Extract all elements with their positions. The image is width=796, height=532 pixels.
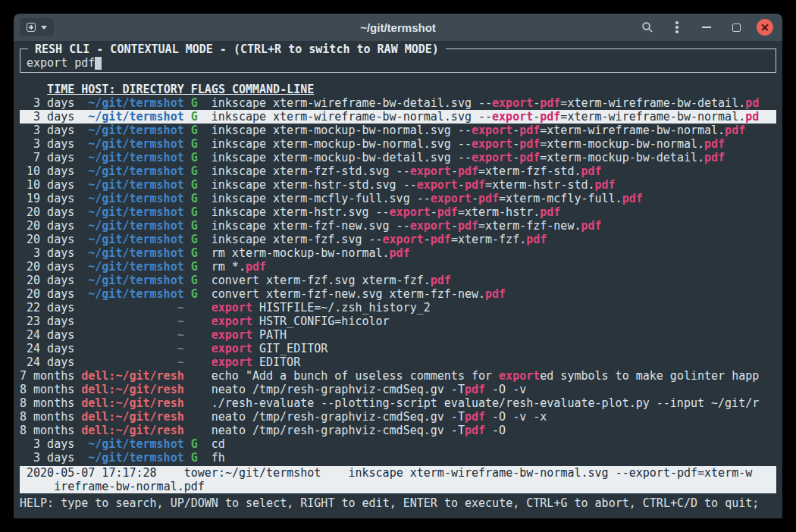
row-time: 3 days — [20, 246, 74, 260]
row-flags — [191, 301, 198, 315]
row-directory: ~/git/termshot — [81, 110, 183, 124]
row-time: 20 days — [20, 287, 74, 301]
row-directory: ~ — [81, 328, 183, 342]
search-query: export pdf — [27, 56, 95, 70]
list-header-text: TIME HOST: DIRECTORY FLAGS COMMAND-LINE — [47, 83, 314, 96]
minimize-icon — [702, 27, 711, 28]
row-flags: G — [191, 178, 198, 192]
row-command: cd — [212, 437, 776, 451]
titlebar-controls — [638, 18, 773, 36]
search-button[interactable] — [638, 18, 657, 36]
row-flags: G — [191, 110, 198, 124]
menu-button[interactable] — [668, 18, 686, 36]
row-flags — [191, 328, 198, 342]
row-flags — [191, 383, 198, 396]
history-row[interactable]: 24 days~export PATH — [20, 328, 776, 342]
history-row[interactable]: 8 monthsdell:~/git/reshneato /tmp/resh-g… — [20, 383, 776, 396]
history-row[interactable]: 23 days~export HSTR_CONFIG=hicolor — [20, 315, 776, 328]
row-time: 24 days — [20, 355, 74, 369]
history-row[interactable]: 3 days~/git/termshotGfh — [20, 451, 776, 465]
restore-icon — [732, 23, 741, 32]
row-directory: ~/git/termshot — [81, 260, 183, 274]
row-command: export PATH — [212, 328, 776, 342]
row-time: 20 days — [20, 233, 74, 246]
search-icon — [641, 21, 653, 33]
history-row[interactable]: 3 days~/git/termshotGinkscape xterm-wire… — [20, 96, 776, 110]
search-box[interactable]: RESH CLI - CONTEXTUAL MODE - (CTRL+R to … — [20, 49, 776, 73]
history-row[interactable]: 20 days~/git/termshotGinkscape xterm-fzf… — [20, 219, 776, 233]
history-row[interactable]: 24 days~export EDITOR — [20, 355, 776, 369]
row-time: 24 days — [20, 342, 74, 355]
history-row[interactable]: 10 days~/git/termshotGinkscape xterm-hst… — [20, 178, 776, 192]
row-time: 3 days — [20, 110, 74, 124]
row-flags — [191, 315, 198, 328]
row-directory: ~ — [81, 301, 183, 315]
row-time: 20 days — [20, 219, 74, 233]
row-time: 19 days — [20, 192, 74, 205]
row-flags — [191, 410, 198, 424]
row-command: export HSTR_CONFIG=hicolor — [212, 315, 776, 328]
row-command: neato /tmp/resh-graphviz-cmdSeq.gv -Tpdf… — [212, 410, 776, 424]
row-command: rm *.pdf — [212, 260, 776, 274]
screen: ~/git/termshot — [0, 0, 796, 532]
row-flags: G — [191, 205, 198, 219]
history-row[interactable]: 3 days~/git/termshotGinkscape xterm-mock… — [20, 137, 776, 151]
history-row[interactable]: 8 monthsdell:~/git/reshneato /tmp/resh-g… — [20, 410, 776, 424]
history-row[interactable]: 3 days~/git/termshotGrm xterm-mockup-bw-… — [20, 246, 776, 260]
kebab-menu-icon — [675, 26, 678, 29]
history-row[interactable]: 20 days~/git/termshotGinkscape xterm-hst… — [20, 205, 776, 219]
history-row[interactable]: 20 days~/git/termshotGconvert xterm-fzf.… — [20, 274, 776, 287]
new-tab-button[interactable] — [20, 18, 54, 36]
row-directory: ~/git/termshot — [81, 164, 183, 178]
row-time: 8 months — [20, 396, 74, 410]
row-command: inkscape xterm-wireframe-bw-detail.svg -… — [212, 96, 776, 110]
history-row[interactable]: 3 days~/git/termshotGcd — [20, 437, 776, 451]
history-row[interactable]: 8 monthsdell:~/git/reshneato /tmp/resh-g… — [20, 424, 776, 437]
row-time: 20 days — [20, 260, 74, 274]
close-button[interactable] — [757, 19, 773, 36]
row-command: rm xterm-mockup-bw-normal.pdf — [212, 246, 776, 260]
history-row[interactable]: 10 days~/git/termshotGinkscape xterm-fzf… — [20, 164, 776, 178]
row-command: convert xterm-fzf-new.svg xterm-fzf-new.… — [212, 287, 776, 301]
row-time: 7 days — [20, 151, 74, 164]
history-row-selected[interactable]: 3 days~/git/termshotGinkscape xterm-wire… — [20, 110, 776, 124]
history-row[interactable]: 22 days~export HISTFILE=~/.zsh_history_2 — [20, 301, 776, 315]
row-directory: ~/git/termshot — [81, 205, 183, 219]
chevron-down-icon — [41, 26, 47, 30]
row-command: convert xterm-fzf.svg xterm-fzf.pdf — [212, 274, 776, 287]
restore-button[interactable] — [727, 18, 745, 36]
row-flags — [191, 369, 198, 383]
row-directory: ~/git/termshot — [81, 219, 183, 233]
history-row[interactable]: 24 days~export GIT_EDITOR — [20, 342, 776, 355]
row-command: export GIT_EDITOR — [212, 342, 776, 355]
history-row[interactable]: 20 days~/git/termshotGinkscape xterm-fzf… — [20, 233, 776, 246]
history-row[interactable]: 20 days~/git/termshotGconvert xterm-fzf-… — [20, 287, 776, 301]
row-flags: G — [191, 451, 198, 465]
history-row[interactable]: 7 days~/git/termshotGinkscape xterm-mock… — [20, 151, 776, 164]
terminal-body: RESH CLI - CONTEXTUAL MODE - (CTRL+R to … — [14, 41, 782, 518]
row-command: inkscape xterm-mockup-bw-detail.svg --ex… — [212, 151, 776, 164]
history-row[interactable]: 19 days~/git/termshotGinkscape xterm-mcf… — [20, 192, 776, 205]
titlebar: ~/git/termshot — [14, 14, 782, 41]
minimize-button[interactable] — [697, 18, 716, 36]
list-header: TIME HOST: DIRECTORY FLAGS COMMAND-LINE — [20, 83, 776, 96]
search-box-title: RESH CLI - CONTEXTUAL MODE - (CTRL+R to … — [28, 42, 446, 56]
history-row[interactable]: 3 days~/git/termshotGinkscape xterm-mock… — [20, 124, 776, 137]
row-directory: dell:~/git/resh — [81, 369, 183, 383]
row-command: echo "Add a bunch of useless comments fo… — [212, 369, 776, 383]
search-input[interactable]: export pdf — [27, 56, 769, 70]
row-command: inkscape xterm-fzf-std.svg --export-pdf=… — [212, 164, 776, 178]
history-row[interactable]: 20 days~/git/termshotGrm *.pdf — [20, 260, 776, 274]
history-row[interactable]: 8 monthsdell:~/git/resh./resh-evaluate -… — [20, 396, 776, 410]
row-flags — [191, 342, 198, 355]
row-directory: ~/git/termshot — [81, 124, 183, 137]
history-row[interactable]: 7 monthsdell:~/git/reshecho "Add a bunch… — [20, 369, 776, 383]
row-flags: G — [191, 233, 198, 246]
row-flags: G — [191, 164, 198, 178]
row-directory: ~/git/termshot — [81, 246, 183, 260]
row-command: neato /tmp/resh-graphviz-cmdSeq.gv -Tpdf… — [212, 383, 776, 396]
row-command: neato /tmp/resh-graphviz-cmdSeq.gv -Tpdf… — [212, 424, 776, 437]
row-directory: ~/git/termshot — [81, 137, 183, 151]
history-list: 3 days~/git/termshotGinkscape xterm-wire… — [20, 96, 776, 465]
row-command: ./resh-evaluate --plotting-script evalua… — [212, 396, 776, 410]
